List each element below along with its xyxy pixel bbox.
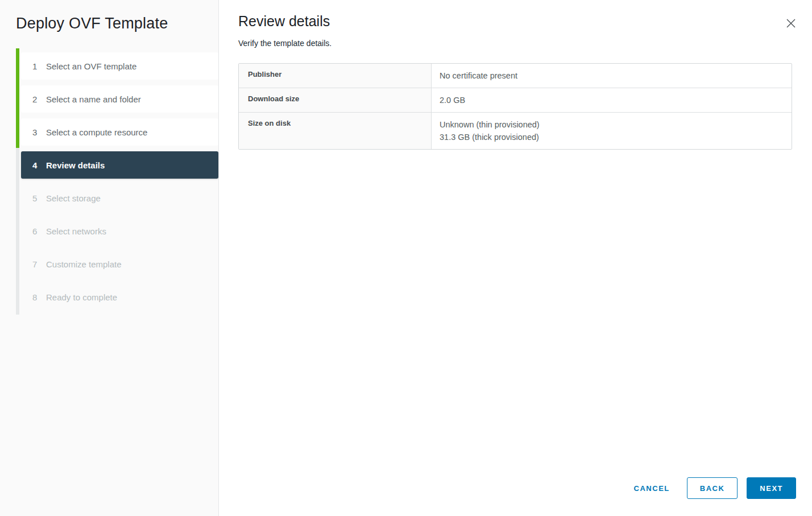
progress-rail-completed (16, 48, 19, 148)
back-button[interactable]: BACK (687, 477, 738, 499)
table-row: PublisherNo certificate present (239, 64, 792, 88)
table-row: Download size2.0 GB (239, 88, 792, 112)
row-value: Unknown (thin provisioned)31.3 GB (thick… (432, 113, 792, 149)
row-label: Publisher (239, 64, 432, 88)
step-number: 5 (32, 193, 42, 203)
step-2-select-a-name-and-folder[interactable]: 2Select a name and folder (21, 85, 218, 113)
wizard-sidebar: Deploy OVF Template 1Select an OVF templ… (0, 0, 219, 516)
step-7-customize-template: 7Customize template (21, 250, 218, 278)
step-4-review-details[interactable]: 4Review details (21, 151, 218, 179)
close-button[interactable] (784, 16, 798, 31)
progress-rail (16, 48, 19, 315)
table-row: Size on diskUnknown (thin provisioned)31… (239, 112, 792, 149)
cancel-button[interactable]: CANCEL (634, 484, 670, 493)
step-3-select-a-compute-resource[interactable]: 3Select a compute resource (21, 118, 218, 146)
step-number: 6 (32, 226, 42, 236)
close-icon (786, 18, 796, 28)
step-label: Select a name and folder (46, 94, 141, 104)
step-number: 2 (32, 94, 42, 104)
footer-actions: CANCEL BACK NEXT (634, 477, 796, 499)
row-value: 2.0 GB (432, 88, 792, 112)
row-label: Size on disk (239, 113, 432, 149)
step-label: Ready to complete (46, 292, 117, 302)
step-label: Select storage (46, 193, 101, 203)
step-5-select-storage: 5Select storage (21, 184, 218, 212)
row-value-line: No certificate present (440, 69, 784, 82)
row-value-line: 31.3 GB (thick provisioned) (440, 131, 784, 143)
step-number: 7 (32, 259, 42, 269)
step-6-select-networks: 6Select networks (21, 217, 218, 245)
wizard-steps: 1Select an OVF template2Select a name an… (21, 52, 218, 311)
row-value-line: 2.0 GB (440, 94, 784, 106)
step-label: Select a compute resource (46, 127, 147, 137)
details-table: PublisherNo certificate presentDownload … (238, 63, 792, 150)
step-8-ready-to-complete: 8Ready to complete (21, 283, 218, 311)
row-value: No certificate present (432, 64, 792, 88)
deploy-ovf-dialog: Deploy OVF Template 1Select an OVF templ… (0, 0, 812, 516)
wizard-steps-area: 1Select an OVF template2Select a name an… (16, 52, 218, 311)
row-label: Download size (239, 88, 432, 112)
main-panel: Review details Verify the template detai… (219, 0, 812, 516)
row-value-line: Unknown (thin provisioned) (440, 118, 784, 131)
page-subtitle: Verify the template details. (238, 39, 792, 48)
step-number: 4 (32, 160, 42, 170)
page-title: Review details (238, 13, 792, 30)
step-label: Review details (46, 160, 105, 170)
step-label: Select networks (46, 226, 106, 236)
step-label: Select an OVF template (46, 61, 136, 71)
dialog-title: Deploy OVF Template (16, 14, 218, 33)
next-button[interactable]: NEXT (747, 477, 796, 499)
step-number: 8 (32, 292, 42, 302)
step-number: 3 (32, 127, 42, 137)
step-1-select-an-ovf-template[interactable]: 1Select an OVF template (21, 52, 218, 80)
step-label: Customize template (46, 259, 122, 269)
step-number: 1 (32, 61, 42, 71)
